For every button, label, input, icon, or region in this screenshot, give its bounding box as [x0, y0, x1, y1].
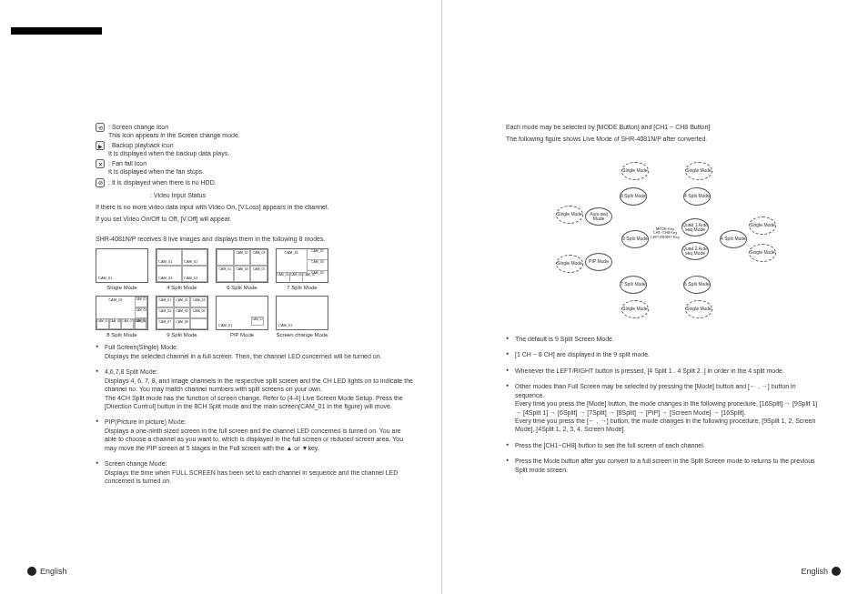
- mode-label: 6 Split Mode: [216, 285, 268, 290]
- document-spread: ⟲ : Screen change Icon This icon appears…: [0, 0, 868, 594]
- diag-node-4split-r2: 4 Split Mode: [720, 230, 747, 248]
- icon-desc: It is displayed when the backup data pla…: [108, 150, 229, 156]
- diag-node-9split: 9 Split Mode: [621, 230, 649, 248]
- mode-label: 7 Split Mode: [276, 285, 328, 290]
- page-dot-icon: [27, 567, 36, 576]
- icon-desc: It is displayed when the fan stops.: [108, 168, 204, 175]
- diag-node-6split: 6 Split Mode: [683, 276, 711, 294]
- icon-label: Fan fail Icon: [112, 160, 146, 166]
- cam-label: CAM_01: [96, 249, 147, 282]
- list-item: [1 CH ~ 8 CH] are displayed in the 9 spl…: [506, 350, 824, 358]
- icon-row-backup: ▶ : Backup playback icon It is displayed…: [96, 141, 414, 157]
- mode-6split: CAM_02CAM_03CAM_01CAM_04CAM_05 6 Split M…: [216, 248, 268, 290]
- footer-text: English: [801, 567, 828, 576]
- diag-node-single-r2: Single Mode: [749, 244, 776, 262]
- bullet-body: Displays the time when FULL SCREEN has b…: [105, 469, 398, 484]
- bullet-text: Whenever the LEFT/RIGHT button is presse…: [515, 367, 784, 374]
- diag-node-8split: 8 Split Mode: [620, 187, 647, 206]
- mode-screen-change: CAM_01 Screen change Mode: [276, 296, 328, 337]
- mode-grid-row2: CAM_02 CAM_03 CAM_04 CAM_01 CAM_05 CAM_0…: [96, 296, 414, 337]
- hdd-icon: ⊘: [96, 178, 105, 187]
- mode-pip: CAM_01 CAM_02 PIP Mode: [216, 296, 268, 337]
- list-item: Full Screen(Single) Mode: Displays the s…: [96, 343, 414, 360]
- icon-desc: It is displayed when there is no HDD.: [112, 179, 217, 186]
- video-status-heading: : Video Input Status: [150, 191, 414, 199]
- screen-change-icon: ⟲: [96, 123, 105, 132]
- list-item: Press the [CH1~CH8] button to see the fu…: [506, 441, 824, 449]
- footer-left: English: [27, 567, 67, 576]
- icon-row-screen-change: ⟲ : Screen change Icon This icon appears…: [96, 123, 414, 139]
- diag-node-auto: Auto seq Mode: [585, 207, 612, 226]
- video-status-line2: If you set Video On/Off to Off, [V.Off] …: [96, 215, 414, 223]
- diag-key-label: MODE Key CH1~CH8 Key LEFT/RIGHT Key: [649, 227, 681, 239]
- diag-node-single-rtop: Single Mode: [685, 162, 712, 180]
- diag-node-quad2: Quad 2 Auto seq Mode: [681, 242, 709, 260]
- page-dot-icon: [832, 567, 841, 576]
- mode-label: PIP Mode: [216, 332, 268, 337]
- list-item: 4,6,7,8 Split Mode: Displays 4, 6, 7, 8,…: [96, 367, 414, 410]
- list-item: PIP(Picture in picture) Mode: Displays a…: [96, 418, 414, 452]
- bullet-text: [1 CH ~ 8 CH] are displayed in the 9 spl…: [515, 351, 650, 357]
- mode-8split: CAM_02 CAM_03 CAM_04 CAM_01 CAM_05 CAM_0…: [96, 296, 148, 337]
- mode-label: Screen change Mode: [276, 332, 328, 337]
- diag-node-single-top: Single Mode: [621, 162, 649, 180]
- mode-label: 9 Split Mode: [156, 332, 208, 337]
- icon-label: Backup playback icon: [112, 142, 174, 148]
- mode-label: Single Mode: [96, 285, 148, 290]
- bullet-text: Press the [CH1~CH8] button to see the fu…: [515, 442, 705, 448]
- left-page: ⟲ : Screen change Icon This icon appears…: [0, 0, 441, 594]
- fan-icon: ✕: [96, 159, 105, 168]
- bullet-title: PIP(Picture in picture) Mode:: [105, 418, 186, 425]
- mode-9split: CAM_01CAM_02CAM_03CAM_04CAM_05CAM_06CAM_…: [156, 296, 208, 337]
- modes-intro: SHR-4081N/P receives 8 live images and d…: [96, 235, 414, 243]
- bullet-title: Full Screen(Single) Mode:: [105, 344, 178, 350]
- video-status-line1: If there is no more video data input wit…: [96, 203, 414, 211]
- list-item: Whenever the LEFT/RIGHT button is presse…: [506, 367, 824, 375]
- diag-node-7split: 7 Split Mode: [620, 276, 647, 294]
- right-intro-1: Each mode may be selected by [MODE Butto…: [506, 123, 824, 131]
- mode-single: CAM_01 Single Mode: [96, 248, 148, 290]
- mode-state-diagram: 9 Split Mode Quad 1 Auto seq Mode Quad 2…: [538, 153, 792, 326]
- mode-7split: CAM_01 CAM_02 CAM_03 CAM_04 CAM_05 CAM_0…: [276, 248, 328, 290]
- bullet-body: Displays a one-ninth sized screen in the…: [105, 428, 403, 451]
- bullet-text: Other modes than Full Screen may be sele…: [515, 383, 817, 432]
- diag-node-single-bot: Single Mode: [621, 300, 649, 318]
- bullet-text: The default is 9 Split Screen Mode.: [515, 336, 614, 342]
- right-page: Each mode may be selected by [MODE Butto…: [442, 0, 868, 594]
- list-item: Press the Mode button after you convert …: [506, 457, 824, 474]
- right-bullet-list: The default is 9 Split Screen Mode. [1 C…: [506, 335, 824, 474]
- mode-grid-row1: CAM_01 Single Mode CAM_01CAM_02CAM_03CAM…: [96, 248, 414, 290]
- diag-node-single-r1: Single Mode: [749, 216, 776, 235]
- diag-node-single-l1: Single Mode: [556, 206, 583, 224]
- icon-row-hdd: ⊘ : It is displayed when there is no HDD…: [96, 178, 414, 187]
- bullet-text: Press the Mode button after you convert …: [515, 458, 815, 472]
- diag-node-single-l2: Single Mode: [556, 255, 583, 273]
- mode-4split: CAM_01CAM_02CAM_03CAM_04 4 Split Mode: [156, 248, 208, 290]
- right-intro-2: The following figure shows Live Mode of …: [506, 135, 824, 143]
- bullet-title: 4,6,7,8 Split Mode:: [105, 368, 157, 375]
- bullet-title: Screen change Mode:: [105, 460, 167, 467]
- mode-label: 8 Split Mode: [96, 332, 148, 337]
- diag-node-single-rbot: Single Mode: [685, 300, 712, 318]
- list-item: The default is 9 Split Screen Mode.: [506, 335, 824, 343]
- bullet-body: Displays 4, 6, 7, 8, and image channels …: [105, 378, 413, 409]
- bullet-body: Displays the selected channel in a full …: [105, 353, 382, 359]
- mode-description-list: Full Screen(Single) Mode: Displays the s…: [96, 343, 414, 485]
- list-item: Screen change Mode: Displays the time wh…: [96, 459, 414, 485]
- footer-text: English: [40, 567, 67, 576]
- list-item: Other modes than Full Screen may be sele…: [506, 382, 824, 434]
- diag-node-quad1: Quad 1 Auto seq Mode: [681, 218, 709, 237]
- backup-icon: ▶: [96, 141, 105, 150]
- icon-row-fan: ✕ : Fan fail Icon It is displayed when t…: [96, 159, 414, 176]
- diag-node-pip: PIP Mode: [585, 253, 612, 271]
- footer-right: English: [801, 567, 841, 576]
- diag-node-4split-r: 4 Split Mode: [683, 187, 711, 206]
- icon-desc: This icon appears in the Screen change m…: [108, 132, 240, 138]
- icon-label: Screen change Icon: [112, 124, 168, 130]
- mode-label: 4 Split Mode: [156, 285, 208, 290]
